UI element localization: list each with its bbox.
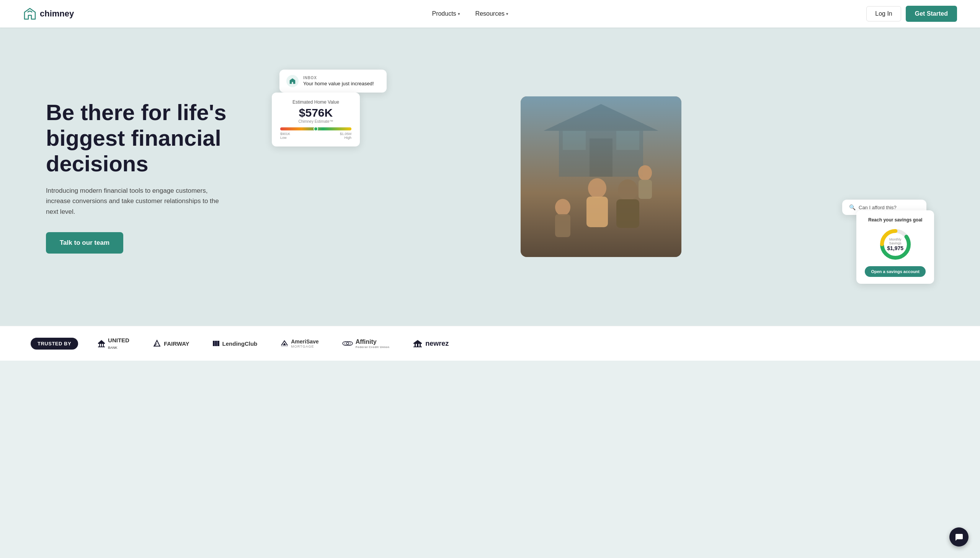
family-photo (520, 96, 682, 257)
svg-rect-32 (413, 343, 422, 344)
nav-links: Products ▾ Resources ▾ (426, 7, 514, 20)
newrez-icon (412, 339, 423, 348)
svg-rect-16 (98, 343, 105, 344)
trusted-logo-newrez: newrez (412, 339, 449, 348)
hero-section: Be there for life's biggest financial de… (0, 28, 980, 326)
products-chevron-icon: ▾ (458, 11, 460, 16)
svg-rect-6 (555, 214, 570, 237)
savings-donut: Monthly Savings $1,975 (878, 227, 912, 262)
nav-resources[interactable]: Resources ▾ (469, 7, 514, 20)
svg-marker-21 (98, 340, 105, 343)
navigation: chimney Products ▾ Resources ▾ Log In Ge… (0, 0, 980, 28)
hero-title: Be there for life's biggest financial de… (46, 100, 268, 176)
trusted-badge: TRUSTED BY (31, 338, 78, 350)
open-savings-button[interactable]: Open a savings account (865, 266, 926, 277)
donut-label: Monthly Savings $1,975 (886, 238, 904, 251)
hero-content: Be there for life's biggest financial de… (46, 100, 268, 254)
inbox-card: INBOX Your home value just increased! (280, 70, 387, 93)
trusted-logo-lending-club: LendingClub (212, 340, 258, 347)
trusted-logo-amerisave: AmeriSave MORTGAGE (280, 338, 318, 348)
logo-icon (23, 7, 37, 21)
value-bar-labels: $901K Low $1.05M High (280, 132, 351, 140)
resources-chevron-icon: ▾ (506, 11, 508, 16)
svg-rect-27 (217, 341, 219, 346)
svg-rect-8 (586, 197, 608, 227)
united-bank-icon (97, 339, 105, 348)
get-started-button[interactable]: Get Started (906, 6, 957, 22)
trusted-logo-affinity: Affinity Federal Credit Union (342, 338, 390, 349)
trusted-logo-united-bank: UNITEDBANK (97, 337, 129, 350)
svg-point-5 (555, 199, 570, 216)
trusted-logo-fairway: FAIRWAY (152, 339, 189, 348)
svg-rect-17 (99, 344, 100, 347)
svg-point-7 (588, 178, 606, 198)
nav-actions: Log In Get Started (866, 6, 957, 22)
svg-rect-19 (103, 344, 104, 347)
fairway-icon (152, 339, 161, 348)
svg-rect-34 (415, 344, 416, 347)
svg-rect-22 (153, 346, 160, 346)
trusted-section: TRUSTED BY UNITEDBANK FAIRWAY (0, 326, 980, 361)
chat-icon (954, 532, 964, 542)
svg-rect-12 (639, 180, 652, 199)
svg-rect-18 (101, 344, 102, 347)
svg-point-9 (618, 179, 638, 201)
hero-visual: INBOX Your home value just increased! Es… (268, 62, 934, 291)
family-silhouette-icon (536, 119, 666, 257)
value-bar (280, 127, 351, 130)
value-bar-indicator (313, 126, 318, 131)
amerisave-icon (280, 339, 289, 348)
svg-marker-33 (413, 340, 422, 343)
logo[interactable]: chimney (23, 7, 74, 21)
svg-rect-36 (420, 344, 421, 347)
home-value-card: Estimated Home Value $576K Chimney Estim… (272, 93, 360, 146)
svg-point-11 (638, 165, 652, 181)
nav-products[interactable]: Products ▾ (426, 7, 466, 20)
svg-rect-10 (616, 199, 639, 228)
search-icon: 🔍 (849, 204, 856, 210)
affinity-icon (342, 339, 353, 348)
cta-button[interactable]: Talk to our team (46, 232, 123, 254)
login-button[interactable]: Log In (866, 6, 901, 21)
hero-subtitle: Introducing modern financial tools to en… (46, 185, 230, 217)
svg-rect-37 (413, 346, 422, 347)
savings-card: Reach your savings goal Monthly Savings … (856, 210, 934, 284)
svg-rect-35 (417, 344, 418, 347)
inbox-text: INBOX Your home value just increased! (303, 76, 374, 87)
lending-club-icon (212, 340, 220, 347)
home-icon (287, 75, 298, 87)
trusted-logos: UNITEDBANK FAIRWAY LendingClub (97, 337, 949, 350)
chat-bubble[interactable] (949, 527, 968, 547)
svg-rect-20 (98, 346, 105, 347)
